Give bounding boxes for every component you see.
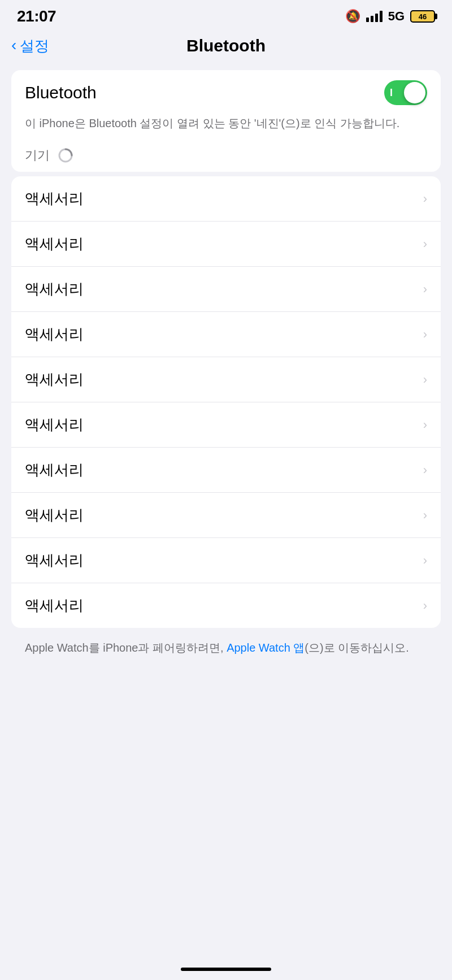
network-label: 5G bbox=[388, 9, 405, 24]
nav-bar: ‹ 설정 Bluetooth bbox=[0, 31, 452, 64]
chevron-right-icon: › bbox=[423, 282, 427, 297]
footer-note: Apple Watch를 iPhone과 페어링하려면, Apple Watch… bbox=[11, 632, 441, 656]
bluetooth-toggle[interactable]: I bbox=[384, 80, 427, 105]
signal-bar-3 bbox=[375, 14, 378, 22]
apple-watch-app-link[interactable]: Apple Watch 앱 bbox=[227, 641, 305, 654]
devices-label: 기기 bbox=[25, 147, 50, 164]
toggle-i-label: I bbox=[390, 87, 393, 99]
back-label: 설정 bbox=[20, 36, 49, 56]
battery-icon: 46 bbox=[410, 10, 435, 23]
list-item[interactable]: 액세서리 › bbox=[11, 222, 441, 267]
accessory-label: 액세서리 bbox=[25, 505, 84, 525]
list-item[interactable]: 액세서리 › bbox=[11, 402, 441, 448]
chevron-right-icon: › bbox=[423, 237, 427, 251]
accessory-label: 액세서리 bbox=[25, 324, 84, 344]
accessory-label: 액세서리 bbox=[25, 234, 84, 254]
chevron-right-icon: › bbox=[423, 463, 427, 478]
home-indicator bbox=[181, 968, 271, 971]
list-item[interactable]: 액세서리 › bbox=[11, 312, 441, 357]
bluetooth-toggle-row: Bluetooth I bbox=[11, 70, 441, 115]
signal-bar-4 bbox=[380, 11, 383, 22]
status-time: 21:07 bbox=[17, 7, 56, 25]
footer-suffix: (으)로 이동하십시오. bbox=[305, 641, 408, 654]
accessory-label: 액세서리 bbox=[25, 370, 84, 389]
chevron-right-icon: › bbox=[423, 599, 427, 613]
devices-header: 기기 bbox=[11, 141, 441, 172]
back-chevron-icon: ‹ bbox=[11, 37, 16, 53]
bluetooth-label: Bluetooth bbox=[25, 83, 97, 102]
chevron-right-icon: › bbox=[423, 327, 427, 342]
accessory-label: 액세서리 bbox=[25, 189, 84, 209]
list-item[interactable]: 액세서리 › bbox=[11, 176, 441, 222]
chevron-right-icon: › bbox=[423, 553, 427, 568]
battery-body: 46 bbox=[410, 10, 435, 23]
footer-prefix: Apple Watch를 iPhone과 페어링하려면, bbox=[25, 641, 227, 654]
toggle-knob bbox=[404, 82, 425, 103]
signal-bar-2 bbox=[371, 16, 373, 22]
status-bar: 21:07 🔕 5G 46 bbox=[0, 0, 452, 31]
loading-spinner-icon bbox=[58, 148, 73, 163]
page-title: Bluetooth bbox=[186, 36, 266, 55]
accessory-label: 액세서리 bbox=[25, 279, 84, 299]
accessory-label: 액세서리 bbox=[25, 550, 84, 570]
accessories-list: 액세서리 › 액세서리 › 액세서리 › 액세서리 › 액세서리 › 액세서리 … bbox=[11, 176, 441, 628]
accessory-label: 액세서리 bbox=[25, 596, 84, 615]
battery-level: 46 bbox=[412, 12, 433, 21]
chevron-right-icon: › bbox=[423, 418, 427, 432]
list-item[interactable]: 액세서리 › bbox=[11, 538, 441, 583]
main-content: Bluetooth I 이 iPhone은 Bluetooth 설정이 열려 있… bbox=[0, 64, 452, 679]
bluetooth-description: 이 iPhone은 Bluetooth 설정이 열려 있는 동안 '네진'(으)… bbox=[11, 115, 441, 141]
chevron-right-icon: › bbox=[423, 372, 427, 387]
signal-bars-icon bbox=[366, 11, 383, 22]
list-item[interactable]: 액세서리 › bbox=[11, 267, 441, 312]
list-item[interactable]: 액세서리 › bbox=[11, 357, 441, 402]
chevron-right-icon: › bbox=[423, 508, 427, 523]
chevron-right-icon: › bbox=[423, 192, 427, 206]
accessory-label: 액세서리 bbox=[25, 415, 84, 435]
bluetooth-card: Bluetooth I 이 iPhone은 Bluetooth 설정이 열려 있… bbox=[11, 70, 441, 172]
accessory-label: 액세서리 bbox=[25, 460, 84, 480]
list-item[interactable]: 액세서리 › bbox=[11, 583, 441, 628]
list-item[interactable]: 액세서리 › bbox=[11, 493, 441, 538]
status-right-icons: 🔕 5G 46 bbox=[345, 9, 435, 24]
back-button[interactable]: ‹ 설정 bbox=[11, 36, 49, 56]
mute-icon: 🔕 bbox=[345, 9, 360, 24]
signal-bar-1 bbox=[366, 18, 369, 22]
list-item[interactable]: 액세서리 › bbox=[11, 448, 441, 493]
